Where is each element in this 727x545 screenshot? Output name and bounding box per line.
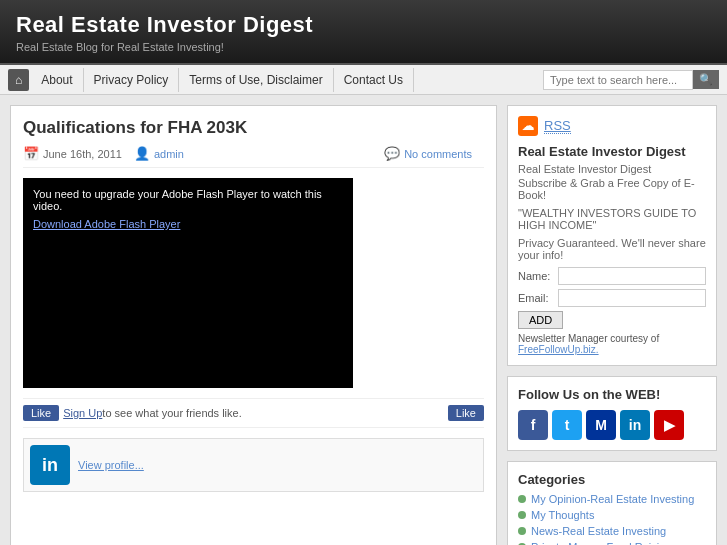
fb-like-right-button[interactable]: Like: [448, 405, 484, 421]
navbar: ⌂ About Privacy Policy Terms of Use, Dis…: [0, 65, 727, 95]
post-title: Qualifications for FHA 203K: [23, 118, 484, 138]
digest-line2: "WEALTHY INVESTORS GUIDE TO HIGH INCOME": [518, 207, 706, 231]
newsletter-link[interactable]: FreeFollowUp.biz.: [518, 344, 599, 355]
social-icons: f t M in ▶: [518, 410, 706, 440]
calendar-icon: 📅: [23, 146, 39, 161]
video-message: You need to upgrade your Adobe Flash Pla…: [33, 188, 343, 212]
youtube-icon[interactable]: ▶: [654, 410, 684, 440]
nav-privacy[interactable]: Privacy Policy: [84, 68, 180, 92]
search-bar: 🔍: [543, 70, 719, 90]
linkedin-social-icon[interactable]: in: [620, 410, 650, 440]
rss-icon: ☁: [518, 116, 538, 136]
rss-link[interactable]: RSS: [544, 118, 571, 134]
digest-line3: Privacy Guaranteed. We'll never share yo…: [518, 237, 706, 261]
list-item: My Opinion-Real Estate Investing: [518, 493, 706, 505]
categories-section: Categories My Opinion-Real Estate Invest…: [507, 461, 717, 545]
fb-like-button[interactable]: Like: [23, 405, 59, 421]
cat-link-2[interactable]: News-Real Estate Investing: [531, 525, 666, 537]
nav-about[interactable]: About: [31, 68, 83, 92]
nav-terms[interactable]: Terms of Use, Disclaimer: [179, 68, 333, 92]
post-date-text: June 16th, 2011: [43, 148, 122, 160]
fb-signup-link[interactable]: Sign Up: [63, 407, 102, 419]
nav-contact[interactable]: Contact Us: [334, 68, 414, 92]
rss-bar: ☁ RSS: [518, 116, 706, 136]
list-item: My Thoughts: [518, 509, 706, 521]
linkedin-preview: in View profile...: [23, 438, 484, 492]
cat-dot: [518, 511, 526, 519]
author-link[interactable]: admin: [154, 148, 184, 160]
cat-dot: [518, 495, 526, 503]
search-input[interactable]: [543, 70, 693, 90]
follow-title: Follow Us on the WEB!: [518, 387, 706, 402]
name-field-row: Name:: [518, 267, 706, 285]
follow-section: Follow Us on the WEB! f t M in ▶: [507, 376, 717, 451]
facebook-bar: Like Sign Up to see what your friends li…: [23, 398, 484, 428]
name-label: Name:: [518, 270, 558, 282]
post-date: 📅 June 16th, 2011: [23, 146, 122, 161]
user-icon: 👤: [134, 146, 150, 161]
search-button[interactable]: 🔍: [693, 70, 719, 89]
newsletter-note: Newsletter Manager courtesy of FreeFollo…: [518, 333, 706, 355]
cat-dot: [518, 527, 526, 535]
sidebar: ☁ RSS Real Estate Investor Digest Real E…: [507, 105, 717, 545]
list-item: News-Real Estate Investing: [518, 525, 706, 537]
site-title: Real Estate Investor Digest: [16, 12, 711, 38]
facebook-icon[interactable]: f: [518, 410, 548, 440]
post-comments: 💬 No comments: [384, 146, 472, 161]
linkedin-link[interactable]: View profile...: [78, 459, 144, 471]
video-box: You need to upgrade your Adobe Flash Pla…: [23, 178, 353, 388]
content-area: Qualifications for FHA 203K 📅 June 16th,…: [10, 105, 497, 545]
cat-link-0[interactable]: My Opinion-Real Estate Investing: [531, 493, 694, 505]
rss-section: ☁ RSS Real Estate Investor Digest Real E…: [507, 105, 717, 366]
comment-icon: 💬: [384, 146, 400, 161]
newsletter-note-text: Newsletter Manager courtesy of: [518, 333, 659, 344]
categories-title: Categories: [518, 472, 706, 487]
digest-title: Real Estate Investor Digest: [518, 144, 706, 159]
post-author: 👤 admin: [134, 146, 184, 161]
flash-download-link[interactable]: Download Adobe Flash Player: [33, 218, 343, 230]
comments-link[interactable]: No comments: [404, 148, 472, 160]
digest-line1: Subscribe & Grab a Free Copy of E-Book!: [518, 177, 706, 201]
linkedin-icon: in: [30, 445, 70, 485]
list-item: Private Money, Fund Raising: [518, 541, 706, 545]
digest-subtitle: Real Estate Investor Digest: [518, 163, 706, 175]
site-subtitle: Real Estate Blog for Real Estate Investi…: [16, 41, 711, 53]
cat-link-1[interactable]: My Thoughts: [531, 509, 594, 521]
home-button[interactable]: ⌂: [8, 69, 29, 91]
myspace-icon[interactable]: M: [586, 410, 616, 440]
name-input[interactable]: [558, 267, 706, 285]
fb-to-see-label: to see what your friends like.: [102, 407, 241, 419]
add-button[interactable]: ADD: [518, 311, 563, 329]
main-layout: Qualifications for FHA 203K 📅 June 16th,…: [0, 95, 727, 545]
twitter-icon[interactable]: t: [552, 410, 582, 440]
email-field-row: Email:: [518, 289, 706, 307]
email-label: Email:: [518, 292, 558, 304]
cat-link-3[interactable]: Private Money, Fund Raising: [531, 541, 671, 545]
email-input[interactable]: [558, 289, 706, 307]
post-meta: 📅 June 16th, 2011 👤 admin 💬 No comments: [23, 146, 484, 168]
site-header: Real Estate Investor Digest Real Estate …: [0, 0, 727, 65]
